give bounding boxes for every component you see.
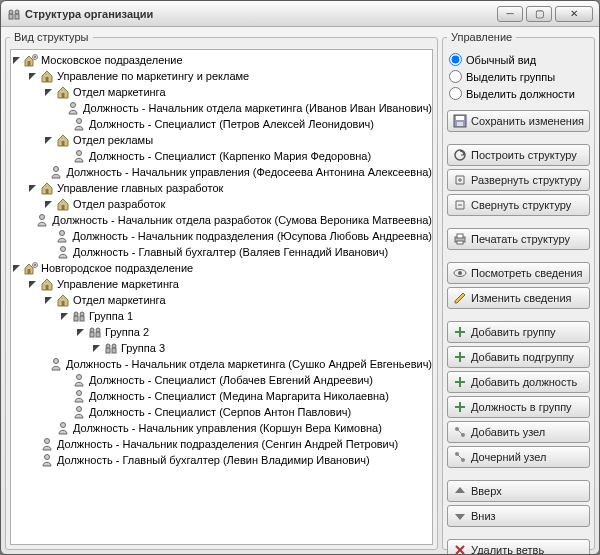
tree-label: Управление маркетинга bbox=[57, 278, 179, 290]
add-node-button[interactable]: Добавить узел bbox=[447, 421, 590, 443]
pos-icon bbox=[49, 165, 63, 179]
view-details-button-icon bbox=[453, 266, 467, 280]
tree-row[interactable]: Отдел маркетинга bbox=[11, 292, 432, 308]
radio-positions-input[interactable] bbox=[449, 87, 462, 100]
expand-toggle-icon[interactable] bbox=[43, 87, 54, 98]
tree-row[interactable]: Новгородское подразделение bbox=[11, 260, 432, 276]
grp-icon bbox=[88, 325, 102, 339]
collapse-button[interactable]: Свернуть структуру bbox=[447, 194, 590, 216]
org-icon bbox=[24, 53, 38, 67]
add-position-button-icon bbox=[453, 375, 467, 389]
expand-toggle-icon[interactable] bbox=[27, 183, 38, 194]
tree-label: Новгородское подразделение bbox=[41, 262, 193, 274]
add-subgroup-button[interactable]: Добавить подгруппу bbox=[447, 346, 590, 368]
radio-normal-input[interactable] bbox=[449, 53, 462, 66]
tree-row[interactable]: Должность - Специалист (Петров Алексей Л… bbox=[11, 116, 432, 132]
expand-toggle-icon[interactable] bbox=[91, 343, 102, 354]
expand-toggle-icon[interactable] bbox=[27, 71, 38, 82]
tree-label: Группа 1 bbox=[89, 310, 133, 322]
delete-branch-button[interactable]: Удалить ветвь bbox=[447, 539, 590, 554]
tree-row[interactable]: Должность - Специалист (Медина Маргарита… bbox=[11, 388, 432, 404]
close-button[interactable]: ✕ bbox=[555, 6, 593, 22]
up-button-icon bbox=[453, 484, 467, 498]
edit-details-button[interactable]: Изменить сведения bbox=[447, 287, 590, 309]
up-button[interactable]: Вверх bbox=[447, 480, 590, 502]
expand-toggle-icon[interactable] bbox=[43, 135, 54, 146]
tree-label: Должность - Главный бухгалтер (Валяев Ге… bbox=[73, 246, 388, 258]
expand-toggle-icon[interactable] bbox=[11, 55, 22, 66]
tree-label: Отдел маркетинга bbox=[73, 86, 166, 98]
tree-row[interactable]: Должность - Начальник управления (Федосе… bbox=[11, 164, 432, 180]
tree-view[interactable]: Московское подразделениеУправление по ма… bbox=[10, 49, 433, 545]
window-title: Структура организации bbox=[25, 8, 497, 20]
radio-normal[interactable]: Обычный вид bbox=[449, 51, 588, 68]
expand-toggle-icon[interactable] bbox=[59, 311, 70, 322]
down-button[interactable]: Вниз bbox=[447, 505, 590, 527]
tree-row[interactable]: Должность - Специалист (Карпенко Мария Ф… bbox=[11, 148, 432, 164]
control-panel-legend: Управление bbox=[447, 31, 516, 43]
structure-view-legend: Вид структуры bbox=[10, 31, 93, 43]
tree-row[interactable]: Группа 1 bbox=[11, 308, 432, 324]
tree-row[interactable]: Должность - Начальник управления (Коршун… bbox=[11, 420, 432, 436]
titlebar[interactable]: Структура организации ─ ▢ ✕ bbox=[1, 1, 599, 27]
tree-row[interactable]: Отдел разработок bbox=[11, 196, 432, 212]
expand-toggle-icon[interactable] bbox=[43, 199, 54, 210]
tree-node: Отдел рекламыДолжность - Специалист (Кар… bbox=[11, 132, 432, 180]
tree-node: Управление главных разработокОтдел разра… bbox=[11, 180, 432, 260]
radio-positions[interactable]: Выделить должности bbox=[449, 85, 588, 102]
tree-row[interactable]: Должность - Начальник подразделения (Юсу… bbox=[11, 228, 432, 244]
tree-row[interactable]: Должность - Начальник отдела разработок … bbox=[11, 212, 432, 228]
expand-toggle-icon[interactable] bbox=[27, 279, 38, 290]
edit-details-button-icon bbox=[453, 291, 467, 305]
tree-row[interactable]: Должность - Главный бухгалтер (Валяев Ге… bbox=[11, 244, 432, 260]
tree-row[interactable]: Группа 2 bbox=[11, 324, 432, 340]
tree-label: Должность - Главный бухгалтер (Левин Вла… bbox=[57, 454, 370, 466]
tree-node: Должность - Начальник подразделения (Юсу… bbox=[11, 228, 432, 244]
tree-row[interactable]: Должность - Специалист (Лобачев Евгений … bbox=[11, 372, 432, 388]
delete-branch-button-icon bbox=[453, 543, 467, 554]
tree-row[interactable]: Должность - Начальник отдела маркетинга … bbox=[11, 356, 432, 372]
expand-button[interactable]: Развернуть структуру bbox=[447, 169, 590, 191]
tree-label: Отдел маркетинга bbox=[73, 294, 166, 306]
tree-row[interactable]: Управление по маркетингу и рекламе bbox=[11, 68, 432, 84]
tree-label: Должность - Специалист (Карпенко Мария Ф… bbox=[89, 150, 371, 162]
tree-row[interactable]: Московское подразделение bbox=[11, 52, 432, 68]
tree-node: Отдел разработокДолжность - Начальник от… bbox=[11, 196, 432, 228]
pos-icon bbox=[72, 389, 86, 403]
add-position-button[interactable]: Добавить должность bbox=[447, 371, 590, 393]
tree-node: Должность - Специалист (Серпов Антон Пав… bbox=[11, 404, 432, 420]
tree-row[interactable]: Должность - Начальник отдела маркетинга … bbox=[11, 100, 432, 116]
position-to-group-button[interactable]: Должность в группу bbox=[447, 396, 590, 418]
pos-icon bbox=[55, 229, 69, 243]
radio-groups[interactable]: Выделить группы bbox=[449, 68, 588, 85]
build-button[interactable]: Построить структуру bbox=[447, 144, 590, 166]
tree-label: Должность - Начальник управления (Коршун… bbox=[73, 422, 382, 434]
save-button[interactable]: Сохранить изменения bbox=[447, 110, 590, 132]
tree-label: Должность - Специалист (Серпов Антон Пав… bbox=[89, 406, 351, 418]
pos-icon bbox=[40, 453, 54, 467]
view-details-button[interactable]: Посмотреть сведения bbox=[447, 262, 590, 284]
expand-toggle-icon[interactable] bbox=[43, 295, 54, 306]
print-button[interactable]: Печатать структуру bbox=[447, 228, 590, 250]
tree-row[interactable]: Отдел маркетинга bbox=[11, 84, 432, 100]
dept-icon bbox=[40, 181, 54, 195]
tree-row[interactable]: Должность - Специалист (Серпов Антон Пав… bbox=[11, 404, 432, 420]
tree-row[interactable]: Должность - Начальник подразделения (Сен… bbox=[11, 436, 432, 452]
expand-toggle-icon[interactable] bbox=[11, 263, 22, 274]
radio-groups-input[interactable] bbox=[449, 70, 462, 83]
tree-label: Должность - Специалист (Медина Маргарита… bbox=[89, 390, 389, 402]
child-node-button[interactable]: Дочерний узел bbox=[447, 446, 590, 468]
minimize-button[interactable]: ─ bbox=[497, 6, 523, 22]
pos-icon bbox=[35, 213, 49, 227]
tree-row[interactable]: Группа 3 bbox=[11, 340, 432, 356]
maximize-button[interactable]: ▢ bbox=[526, 6, 552, 22]
tree-row[interactable]: Должность - Главный бухгалтер (Левин Вла… bbox=[11, 452, 432, 468]
window: Структура организации ─ ▢ ✕ Вид структур… bbox=[0, 0, 600, 555]
tree-node: Московское подразделениеУправление по ма… bbox=[11, 52, 432, 260]
tree-row[interactable]: Управление маркетинга bbox=[11, 276, 432, 292]
add-group-button[interactable]: Добавить группу bbox=[447, 321, 590, 343]
tree-row[interactable]: Отдел рекламы bbox=[11, 132, 432, 148]
expand-toggle-icon[interactable] bbox=[75, 327, 86, 338]
tree-row[interactable]: Управление главных разработок bbox=[11, 180, 432, 196]
print-button-icon bbox=[453, 232, 467, 246]
